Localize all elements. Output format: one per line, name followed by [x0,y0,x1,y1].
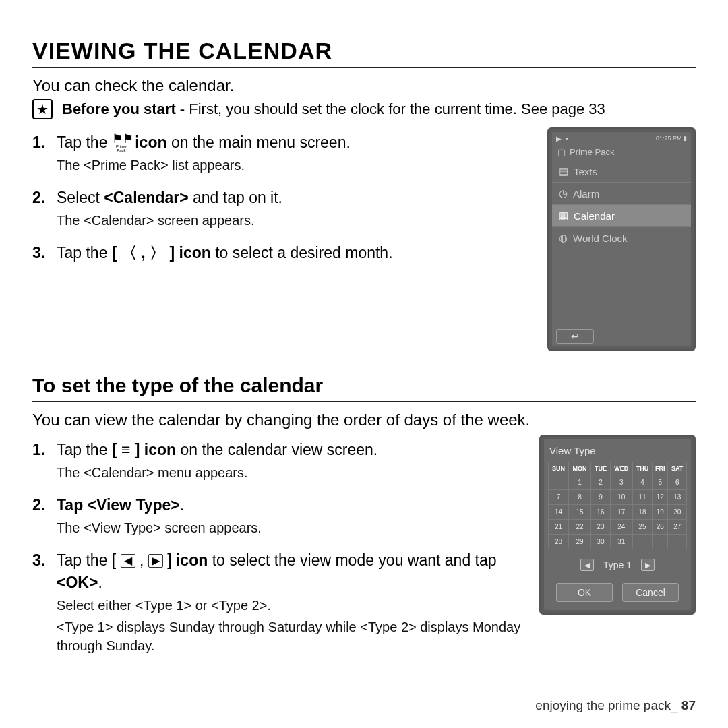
calendar-cell: 14 [549,505,569,520]
step2-text-b: and tap on it. [189,189,282,206]
note-star-icon: ★ [32,99,53,119]
dow: THU [632,462,652,475]
back-button[interactable]: ↩ [556,329,594,344]
clock-icon: ◷ [559,187,568,200]
dow: SAT [668,462,687,475]
footer-chapter: enjoying the prime pack_ [535,698,677,712]
step2-text-a: Select [57,189,104,206]
s21-b: [ ≡ ] icon [112,441,176,458]
before-you-start: Before you start - First, you should set… [62,99,605,119]
step2-1: Tap the [ ≡ ] icon on the calendar view … [32,439,523,482]
device-prime-pack: ▶• 01:25 PM ▮ ▢ Prime Pack ▤Texts ◷Alarm… [547,127,696,351]
calendar-cell: 11 [632,490,652,505]
dot-icon: • [566,135,568,142]
type-selector: ◀ Type 1 ▶ [548,549,687,579]
page-footer: enjoying the prime pack_ 87 [535,698,696,713]
step3-text-b: to select a desired month. [211,244,393,262]
dow: WED [610,462,632,475]
device-view-type: View Type SUN MON TUE WED THU FRI SAT 12… [539,435,696,615]
s22-sub: The <View Type> screen appears. [57,518,523,537]
calendar-cell: 31 [610,535,632,549]
calendar-cell: 19 [653,505,668,520]
page-title: VIEWING THE CALENDAR [32,38,696,64]
calendar-cell: 1 [569,475,591,490]
chevron-left-icon: ◀ [584,561,590,570]
list-item-calendar[interactable]: ▦Calendar [552,205,691,227]
view-type-title: View Type [548,444,687,462]
step3-text-a: Tap the [57,244,112,262]
calendar-cell: 7 [549,490,569,505]
calendar-cell: 25 [632,520,652,535]
s22-c: . [180,496,184,514]
screen-header: ▢ Prime Pack [552,144,691,160]
ok-button[interactable]: OK [556,583,613,602]
dow: FRI [653,462,668,475]
intro-text: You can check the calendar. [32,76,696,95]
calendar-cell: 13 [668,490,687,505]
dow: MON [569,462,591,475]
step2-3: Tap the [ ◀ , ▶ ] icon to select the vie… [32,549,523,655]
type-prev-button[interactable]: ◀ [580,559,594,571]
calendar-cell: 4 [632,475,652,490]
calendar-cell: 20 [668,505,687,520]
status-right: 01:25 PM ▮ [656,135,687,142]
screen-header-title: Prime Pack [570,147,614,157]
calendar-cell [632,535,652,549]
calendar-cell [549,475,569,490]
s23-sub1: Select either <Type 1> or <Type 2>. [57,596,523,615]
divider [32,67,696,68]
calendar-cell: 3 [610,475,632,490]
item-label: Texts [574,166,597,177]
left-arrow-icon: ◀ [121,554,135,568]
intro2-text: You can view the calendar by changing th… [32,411,696,429]
calendar-cell [668,535,687,549]
calendar-cell: 21 [549,520,569,535]
prime-pack-list: ▤Texts ◷Alarm ▦Calendar ◍World Clock [552,160,691,326]
gift-header-icon: ▢ [557,147,566,157]
calendar-cell: 6 [668,475,687,490]
type-next-button[interactable]: ▶ [641,559,655,571]
s23-f: . [98,574,102,591]
calendar-cell: 2 [591,475,611,490]
s22-a: Tap [57,496,88,514]
globe-icon: ◍ [559,232,568,244]
s23-a: Tap the [57,551,112,569]
cancel-button[interactable]: Cancel [622,583,679,602]
s21-a: Tap the [57,441,112,458]
chevron-right-icon: ▶ [645,561,650,570]
calendar-cell: 15 [569,505,591,520]
s23-d: to select the view mode you want and tap [208,551,496,569]
calendar-icon: ▦ [559,210,568,222]
calendar-grid: SUN MON TUE WED THU FRI SAT 123456789101… [548,462,687,549]
calendar-cell: 9 [591,490,611,505]
item-label: Alarm [573,188,599,200]
status-time: 01:25 PM [656,135,682,142]
before-body: First, you should set the clock for the … [185,100,605,117]
dow: SUN [549,462,569,475]
section-title: To set the type of the calendar [32,374,696,397]
s21-c: on the calendar view screen. [176,441,377,458]
before-lead: Before you start - [62,100,185,117]
steps-section-2: Tap the [ ≡ ] icon on the calendar view … [32,439,523,655]
s23-bracket-pre: [ [112,551,121,569]
doc-icon: ▤ [559,165,568,177]
right-arrow-icon: ▶ [148,554,163,568]
battery-icon: ▮ [684,135,687,142]
calendar-cell: 10 [610,490,632,505]
list-item-world-clock[interactable]: ◍World Clock [552,227,691,249]
type-label: Type 1 [603,559,632,570]
play-icon: ▶ [556,135,562,142]
step3-bold: [ 〈 , 〉 ] icon [112,244,211,262]
footer-page: 87 [681,698,696,712]
calendar-cell: 18 [632,505,652,520]
list-item-alarm[interactable]: ◷Alarm [552,183,691,205]
calendar-cell [653,535,668,549]
list-item-texts[interactable]: ▤Texts [552,160,691,183]
s23-iconword: icon [176,551,208,569]
calendar-cell: 23 [591,520,611,535]
calendar-cell: 8 [569,490,591,505]
calendar-cell: 29 [569,535,591,549]
calendar-cell: 27 [668,520,687,535]
calendar-cell: 12 [653,490,668,505]
step-2: Select <Calendar> and tap on it. The <Ca… [32,187,531,230]
